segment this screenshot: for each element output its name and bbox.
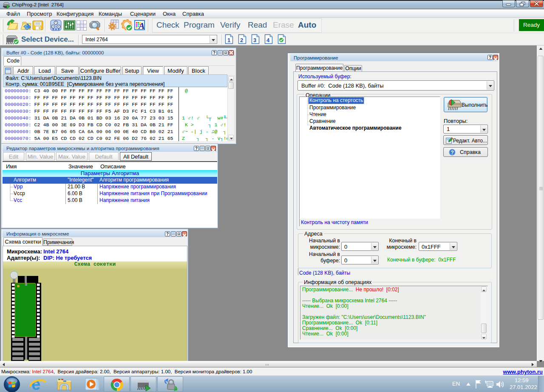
- svg-text:2: 2: [240, 37, 243, 43]
- svg-text:3: 3: [253, 37, 256, 43]
- svg-text:4: 4: [266, 37, 270, 43]
- svg-text:e: e: [31, 377, 40, 392]
- svg-text:1: 1: [227, 37, 230, 43]
- svg-text:?: ?: [451, 150, 454, 156]
- svg-text:A: A: [138, 20, 145, 31]
